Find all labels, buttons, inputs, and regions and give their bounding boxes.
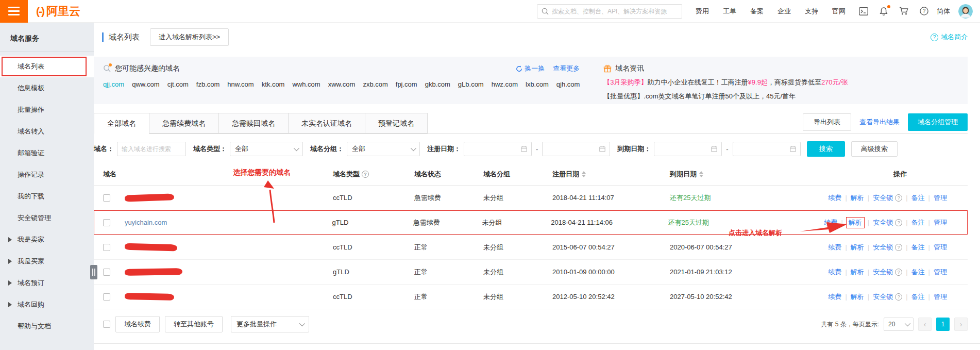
- hamburger-menu-icon[interactable]: [0, 0, 28, 23]
- action-manage[interactable]: 管理: [934, 218, 947, 227]
- row-checkbox[interactable]: [103, 194, 110, 202]
- tab[interactable]: 急需赎回域名: [219, 113, 289, 134]
- interest-domain-link[interactable]: ktk.com: [262, 80, 285, 88]
- action-manage[interactable]: 管理: [934, 292, 947, 302]
- sidebar-item[interactable]: 帮助与文档: [0, 315, 94, 337]
- action-renew[interactable]: 续费: [828, 292, 841, 302]
- enter-resolve-list-button[interactable]: 进入域名解析列表>>: [150, 28, 229, 46]
- batch-renew-button[interactable]: 域名续费: [115, 316, 160, 332]
- action-renew[interactable]: 续费: [828, 243, 841, 252]
- sidebar-item[interactable]: 操作记录: [0, 164, 94, 186]
- topnav-item[interactable]: 企业: [778, 7, 791, 16]
- action-resolve[interactable]: 解析: [851, 243, 864, 252]
- question-circle-icon[interactable]: ?: [362, 171, 369, 178]
- sidebar-item[interactable]: 我的下载: [0, 186, 94, 207]
- question-circle-icon[interactable]: ?: [895, 293, 902, 301]
- action-security-lock[interactable]: 安全锁?: [873, 268, 902, 277]
- next-page-button[interactable]: ›: [954, 318, 968, 331]
- action-renew[interactable]: 续费: [828, 193, 841, 203]
- aliyun-logo[interactable]: (-) 阿里云: [36, 4, 80, 19]
- question-circle-icon[interactable]: ?: [895, 194, 902, 202]
- cart-icon[interactable]: [899, 7, 908, 16]
- sidebar-item[interactable]: 域名列表: [0, 56, 94, 77]
- tab[interactable]: 急需续费域名: [149, 113, 219, 134]
- global-search-input[interactable]: [552, 8, 678, 15]
- action-renew[interactable]: 续费: [828, 268, 841, 277]
- topnav-item[interactable]: 官网: [832, 7, 846, 16]
- topnav-item[interactable]: 支持: [805, 7, 818, 16]
- action-manage[interactable]: 管理: [934, 243, 947, 252]
- select-all-checkbox[interactable]: [103, 321, 110, 328]
- export-list-button[interactable]: 导出列表: [803, 113, 851, 131]
- expire-date-start-input[interactable]: [654, 142, 722, 156]
- terminal-icon[interactable]: [859, 7, 868, 16]
- reg-date-start-input[interactable]: [464, 142, 532, 156]
- help-icon[interactable]: ?: [919, 7, 928, 16]
- domain-group-manage-button[interactable]: 域名分组管理: [908, 113, 968, 131]
- news-line-1[interactable]: 【3月采购季】助力中小企业在线复工！工商注册¥9.9起，商标提货券低至270元/…: [603, 78, 956, 87]
- sidebar-item[interactable]: 邮箱验证: [0, 142, 94, 164]
- interest-domain-link[interactable]: hnw.com: [227, 80, 254, 88]
- interest-domain-link[interactable]: qww.com: [132, 80, 159, 88]
- page-size-select[interactable]: 20: [884, 318, 914, 331]
- tab[interactable]: 全部域名: [94, 113, 149, 134]
- question-circle-icon[interactable]: ?: [895, 269, 902, 276]
- global-search[interactable]: [537, 4, 682, 19]
- reg-date-end-input[interactable]: [542, 142, 610, 156]
- expire-date-end-input[interactable]: [733, 142, 801, 156]
- topnav-item[interactable]: 工单: [723, 7, 736, 16]
- action-security-lock[interactable]: 安全锁?: [873, 218, 902, 227]
- language-switcher[interactable]: 简体: [937, 7, 950, 16]
- type-filter-select[interactable]: 全部: [230, 142, 303, 156]
- notification-bell-icon[interactable]: [879, 7, 888, 16]
- topnav-item[interactable]: 备案: [750, 7, 764, 16]
- tab[interactable]: 预登记域名: [365, 113, 428, 134]
- action-manage[interactable]: 管理: [934, 193, 947, 203]
- action-manage[interactable]: 管理: [934, 268, 947, 277]
- sidebar-item[interactable]: 域名转入: [0, 121, 94, 142]
- batch-more-select[interactable]: 更多批量操作: [231, 316, 309, 332]
- interest-domain-link[interactable]: lxb.com: [526, 80, 549, 88]
- sidebar-collapse-handle[interactable]: [90, 265, 97, 279]
- domain-filter-input[interactable]: [117, 142, 186, 156]
- current-page-button[interactable]: 1: [936, 318, 950, 331]
- refresh-domains-link[interactable]: 换一换: [516, 64, 545, 73]
- view-more-link[interactable]: 查看更多: [553, 64, 580, 73]
- action-renew[interactable]: 续费: [824, 218, 837, 227]
- user-avatar[interactable]: [958, 4, 973, 19]
- sort-icon[interactable]: [699, 171, 703, 177]
- sidebar-item[interactable]: 我是买家: [0, 251, 94, 272]
- topnav-item[interactable]: 费用: [696, 7, 709, 16]
- question-circle-icon[interactable]: ?: [895, 219, 902, 226]
- action-resolve[interactable]: 解析: [851, 268, 864, 277]
- interest-domain-link[interactable]: hwz.com: [492, 80, 518, 88]
- interest-domain-link[interactable]: xww.com: [328, 80, 356, 88]
- interest-domain-link[interactable]: wwh.com: [292, 80, 320, 88]
- sidebar-item[interactable]: 域名回购: [0, 294, 94, 315]
- domain-name-link[interactable]: yuyichain.com: [125, 219, 167, 226]
- batch-transfer-button[interactable]: 转至其他账号: [165, 316, 223, 332]
- row-checkbox[interactable]: [103, 269, 110, 276]
- prev-page-button[interactable]: ‹: [918, 318, 932, 331]
- action-resolve[interactable]: 解析: [851, 193, 864, 203]
- action-resolve[interactable]: 解析: [846, 217, 865, 228]
- action-security-lock[interactable]: 安全锁?: [873, 243, 902, 252]
- action-remark[interactable]: 备注: [911, 268, 925, 277]
- sidebar-item[interactable]: 我是卖家: [0, 229, 94, 251]
- interest-domain-link[interactable]: zxb.com: [363, 80, 387, 88]
- view-export-result-link[interactable]: 查看导出结果: [859, 118, 900, 127]
- interest-domain-link[interactable]: qjj.com: [103, 80, 124, 88]
- action-security-lock[interactable]: 安全锁?: [873, 292, 902, 302]
- advanced-search-button[interactable]: 高级搜索: [851, 141, 898, 157]
- interest-domain-link[interactable]: fpj.com: [396, 80, 417, 88]
- sidebar-item[interactable]: 安全锁管理: [0, 207, 94, 229]
- news-line-2[interactable]: 【批量优惠】.com英文域名单笔订单注册50个及以上，45元/首年: [603, 92, 956, 101]
- interest-domain-link[interactable]: gLb.com: [458, 80, 484, 88]
- row-checkbox[interactable]: [103, 219, 110, 226]
- action-security-lock[interactable]: 安全锁?: [873, 193, 902, 203]
- group-filter-select[interactable]: 全部: [347, 142, 420, 156]
- action-remark[interactable]: 备注: [911, 292, 925, 302]
- interest-domain-link[interactable]: cjt.com: [167, 80, 189, 88]
- interest-domain-link[interactable]: fzb.com: [196, 80, 220, 88]
- action-remark[interactable]: 备注: [911, 218, 925, 227]
